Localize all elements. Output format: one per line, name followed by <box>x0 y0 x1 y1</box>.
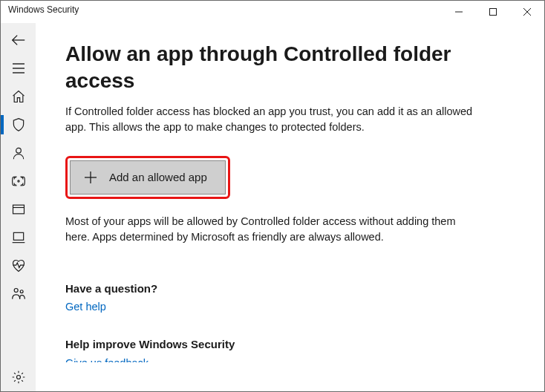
app-body: Allow an app through Controlled folder a… <box>1 23 544 391</box>
app-browser-icon <box>11 202 26 217</box>
improve-heading: Help improve Windows Security <box>65 338 515 350</box>
close-icon <box>523 8 531 16</box>
sidebar-item-device-performance[interactable] <box>1 252 36 280</box>
minimize-button[interactable] <box>442 1 476 23</box>
svg-rect-12 <box>13 232 23 240</box>
sidebar-item-app-browser[interactable] <box>1 195 36 223</box>
back-arrow-icon <box>10 32 27 48</box>
svg-point-16 <box>16 376 20 379</box>
svg-point-8 <box>16 148 21 153</box>
family-icon <box>11 287 26 301</box>
sidebar-item-device-security[interactable] <box>1 223 36 252</box>
window-title: Windows Security <box>8 1 442 15</box>
sidebar <box>1 23 36 391</box>
svg-rect-1 <box>490 9 497 16</box>
sidebar-item-virus[interactable] <box>1 111 36 139</box>
svg-point-9 <box>17 180 19 182</box>
maximize-button[interactable] <box>476 1 510 23</box>
sidebar-item-family[interactable] <box>1 280 36 308</box>
person-icon <box>11 146 26 160</box>
page-description: If Controlled folder access has blocked … <box>65 104 481 135</box>
sidebar-item-account[interactable] <box>1 139 36 167</box>
info-text: Most of your apps will be allowed by Con… <box>65 214 481 245</box>
heart-icon <box>11 258 26 273</box>
titlebar: Windows Security <box>1 1 544 23</box>
sidebar-item-settings[interactable] <box>1 363 36 391</box>
add-allowed-app-button[interactable]: Add an allowed app <box>70 160 226 195</box>
question-section: Have a question? Get help <box>65 282 515 313</box>
shield-icon <box>11 117 26 132</box>
menu-button[interactable] <box>1 54 36 82</box>
sidebar-item-firewall[interactable] <box>1 167 36 195</box>
page-title: Allow an app through Controlled folder a… <box>65 41 481 95</box>
sidebar-item-home[interactable] <box>1 82 36 111</box>
svg-point-14 <box>14 289 18 293</box>
device-icon <box>11 230 26 245</box>
back-button[interactable] <box>1 26 36 54</box>
main-content: Allow an app through Controlled folder a… <box>36 23 544 391</box>
add-button-label: Add an allowed app <box>109 171 207 183</box>
home-icon <box>11 89 26 104</box>
maximize-icon <box>489 8 497 16</box>
svg-point-15 <box>20 290 23 293</box>
feedback-link[interactable]: Give us feedback <box>65 356 515 362</box>
plus-icon <box>84 171 97 184</box>
network-icon <box>11 174 26 189</box>
add-button-highlight: Add an allowed app <box>65 156 230 199</box>
hamburger-icon <box>12 62 25 75</box>
svg-rect-10 <box>13 205 24 214</box>
question-heading: Have a question? <box>65 282 515 295</box>
improve-section: Help improve Windows Security Give us fe… <box>65 338 515 362</box>
minimize-icon <box>455 8 463 16</box>
get-help-link[interactable]: Get help <box>65 301 106 313</box>
close-button[interactable] <box>510 1 544 23</box>
titlebar-controls <box>442 1 544 23</box>
gear-icon <box>11 370 26 385</box>
